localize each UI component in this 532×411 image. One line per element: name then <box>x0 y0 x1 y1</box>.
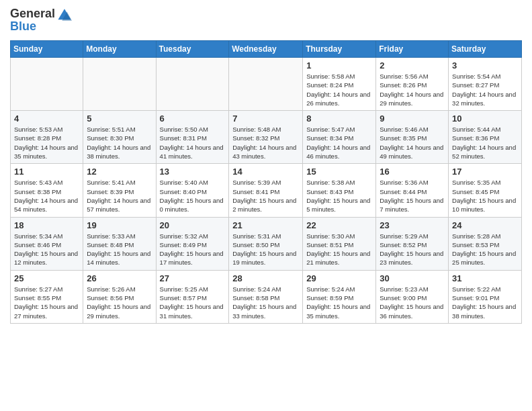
calendar-cell: 11Sunrise: 5:43 AMSunset: 8:38 PMDayligh… <box>11 164 83 217</box>
calendar-cell: 5Sunrise: 5:51 AMSunset: 8:30 PMDaylight… <box>83 111 156 164</box>
day-info: Sunrise: 5:24 AMSunset: 8:59 PMDaylight:… <box>306 285 372 320</box>
weekday-header: Friday <box>376 41 449 58</box>
header: General Blue <box>10 7 522 34</box>
day-number: 17 <box>452 167 518 177</box>
day-info: Sunrise: 5:25 AMSunset: 8:57 PMDaylight:… <box>160 285 226 320</box>
calendar-cell: 30Sunrise: 5:23 AMSunset: 9:00 PMDayligh… <box>376 270 449 323</box>
day-info: Sunrise: 5:44 AMSunset: 8:36 PMDaylight:… <box>452 125 518 161</box>
day-number: 11 <box>14 167 79 177</box>
day-number: 21 <box>232 220 299 230</box>
day-number: 19 <box>87 220 152 230</box>
calendar-cell: 14Sunrise: 5:39 AMSunset: 8:41 PMDayligh… <box>229 164 303 217</box>
calendar-cell: 27Sunrise: 5:25 AMSunset: 8:57 PMDayligh… <box>156 270 229 323</box>
calendar-cell: 20Sunrise: 5:32 AMSunset: 8:49 PMDayligh… <box>156 217 229 270</box>
logo: General Blue <box>10 7 72 34</box>
day-number: 20 <box>160 220 226 230</box>
day-info: Sunrise: 5:27 AMSunset: 8:55 PMDaylight:… <box>14 285 79 320</box>
day-number: 4 <box>14 113 79 124</box>
calendar-cell: 4Sunrise: 5:53 AMSunset: 8:28 PMDaylight… <box>11 111 83 164</box>
calendar-cell: 23Sunrise: 5:29 AMSunset: 8:52 PMDayligh… <box>376 217 449 270</box>
day-number: 8 <box>306 113 372 124</box>
day-number: 5 <box>87 113 152 124</box>
calendar-cell <box>229 58 303 111</box>
weekday-header: Sunday <box>11 41 83 58</box>
calendar-cell <box>156 58 229 111</box>
day-number: 15 <box>306 167 372 177</box>
weekday-header: Thursday <box>303 41 376 58</box>
day-number: 2 <box>380 60 445 71</box>
day-number: 27 <box>160 273 226 283</box>
day-info: Sunrise: 5:39 AMSunset: 8:41 PMDaylight:… <box>232 178 299 214</box>
calendar-cell: 29Sunrise: 5:24 AMSunset: 8:59 PMDayligh… <box>303 270 376 323</box>
calendar-cell <box>83 58 156 111</box>
day-info: Sunrise: 5:26 AMSunset: 8:56 PMDaylight:… <box>87 285 152 320</box>
day-number: 18 <box>14 220 79 230</box>
day-info: Sunrise: 5:48 AMSunset: 8:32 PMDaylight:… <box>232 125 299 161</box>
day-info: Sunrise: 5:47 AMSunset: 8:34 PMDaylight:… <box>306 125 372 161</box>
day-info: Sunrise: 5:56 AMSunset: 8:26 PMDaylight:… <box>380 72 445 107</box>
day-number: 31 <box>452 273 518 283</box>
day-number: 9 <box>380 113 445 124</box>
calendar-cell: 16Sunrise: 5:36 AMSunset: 8:44 PMDayligh… <box>376 164 449 217</box>
day-info: Sunrise: 5:46 AMSunset: 8:35 PMDaylight:… <box>380 125 445 161</box>
day-info: Sunrise: 5:36 AMSunset: 8:44 PMDaylight:… <box>380 178 445 214</box>
calendar-cell: 26Sunrise: 5:26 AMSunset: 8:56 PMDayligh… <box>83 270 156 323</box>
weekday-header: Saturday <box>449 41 522 58</box>
day-number: 10 <box>452 113 518 124</box>
calendar-cell: 2Sunrise: 5:56 AMSunset: 8:26 PMDaylight… <box>376 58 449 111</box>
calendar-cell: 28Sunrise: 5:24 AMSunset: 8:58 PMDayligh… <box>229 270 303 323</box>
day-info: Sunrise: 5:51 AMSunset: 8:30 PMDaylight:… <box>87 125 152 161</box>
calendar-cell: 31Sunrise: 5:22 AMSunset: 9:01 PMDayligh… <box>449 270 522 323</box>
calendar-table: SundayMondayTuesdayWednesdayThursdayFrid… <box>10 40 522 324</box>
weekday-header: Monday <box>83 41 156 58</box>
day-info: Sunrise: 5:28 AMSunset: 8:53 PMDaylight:… <box>452 232 518 267</box>
day-info: Sunrise: 5:53 AMSunset: 8:28 PMDaylight:… <box>14 125 79 161</box>
day-info: Sunrise: 5:29 AMSunset: 8:52 PMDaylight:… <box>380 232 445 267</box>
logo-general: General <box>10 7 55 21</box>
day-number: 6 <box>160 113 226 124</box>
day-info: Sunrise: 5:50 AMSunset: 8:31 PMDaylight:… <box>160 125 226 161</box>
weekday-header: Tuesday <box>156 41 229 58</box>
calendar-cell: 13Sunrise: 5:40 AMSunset: 8:40 PMDayligh… <box>156 164 229 217</box>
weekday-header: Wednesday <box>229 41 303 58</box>
day-info: Sunrise: 5:38 AMSunset: 8:43 PMDaylight:… <box>306 178 372 214</box>
day-info: Sunrise: 5:33 AMSunset: 8:48 PMDaylight:… <box>87 232 152 267</box>
calendar-week-row: 25Sunrise: 5:27 AMSunset: 8:55 PMDayligh… <box>11 270 522 323</box>
calendar-cell: 9Sunrise: 5:46 AMSunset: 8:35 PMDaylight… <box>376 111 449 164</box>
day-number: 23 <box>380 220 445 230</box>
calendar-cell: 3Sunrise: 5:54 AMSunset: 8:27 PMDaylight… <box>449 58 522 111</box>
calendar-week-row: 18Sunrise: 5:34 AMSunset: 8:46 PMDayligh… <box>11 217 522 270</box>
day-info: Sunrise: 5:43 AMSunset: 8:38 PMDaylight:… <box>14 178 79 214</box>
day-info: Sunrise: 5:54 AMSunset: 8:27 PMDaylight:… <box>452 72 518 107</box>
calendar-week-row: 1Sunrise: 5:58 AMSunset: 8:24 PMDaylight… <box>11 58 522 111</box>
day-info: Sunrise: 5:22 AMSunset: 9:01 PMDaylight:… <box>452 285 518 320</box>
day-number: 22 <box>306 220 372 230</box>
day-info: Sunrise: 5:24 AMSunset: 8:58 PMDaylight:… <box>232 285 299 320</box>
calendar-header-row: SundayMondayTuesdayWednesdayThursdayFrid… <box>11 41 522 58</box>
calendar-cell: 1Sunrise: 5:58 AMSunset: 8:24 PMDaylight… <box>303 58 376 111</box>
day-info: Sunrise: 5:34 AMSunset: 8:46 PMDaylight:… <box>14 232 79 267</box>
day-number: 16 <box>380 167 445 177</box>
day-number: 24 <box>452 220 518 230</box>
day-info: Sunrise: 5:31 AMSunset: 8:50 PMDaylight:… <box>232 232 299 267</box>
calendar-cell: 15Sunrise: 5:38 AMSunset: 8:43 PMDayligh… <box>303 164 376 217</box>
calendar-cell: 8Sunrise: 5:47 AMSunset: 8:34 PMDaylight… <box>303 111 376 164</box>
calendar-cell: 17Sunrise: 5:35 AMSunset: 8:45 PMDayligh… <box>449 164 522 217</box>
day-number: 13 <box>160 167 226 177</box>
calendar-week-row: 4Sunrise: 5:53 AMSunset: 8:28 PMDaylight… <box>11 111 522 164</box>
day-info: Sunrise: 5:32 AMSunset: 8:49 PMDaylight:… <box>160 232 226 267</box>
calendar-cell: 7Sunrise: 5:48 AMSunset: 8:32 PMDaylight… <box>229 111 303 164</box>
calendar-cell: 6Sunrise: 5:50 AMSunset: 8:31 PMDaylight… <box>156 111 229 164</box>
day-info: Sunrise: 5:30 AMSunset: 8:51 PMDaylight:… <box>306 232 372 267</box>
day-number: 7 <box>232 113 299 124</box>
day-info: Sunrise: 5:23 AMSunset: 9:00 PMDaylight:… <box>380 285 445 320</box>
day-number: 14 <box>232 167 299 177</box>
day-info: Sunrise: 5:58 AMSunset: 8:24 PMDaylight:… <box>306 72 372 107</box>
calendar-cell: 10Sunrise: 5:44 AMSunset: 8:36 PMDayligh… <box>449 111 522 164</box>
day-number: 26 <box>87 273 152 283</box>
calendar-cell: 25Sunrise: 5:27 AMSunset: 8:55 PMDayligh… <box>11 270 83 323</box>
calendar-cell <box>11 58 83 111</box>
day-number: 30 <box>380 273 445 283</box>
day-number: 28 <box>232 273 299 283</box>
calendar-cell: 19Sunrise: 5:33 AMSunset: 8:48 PMDayligh… <box>83 217 156 270</box>
